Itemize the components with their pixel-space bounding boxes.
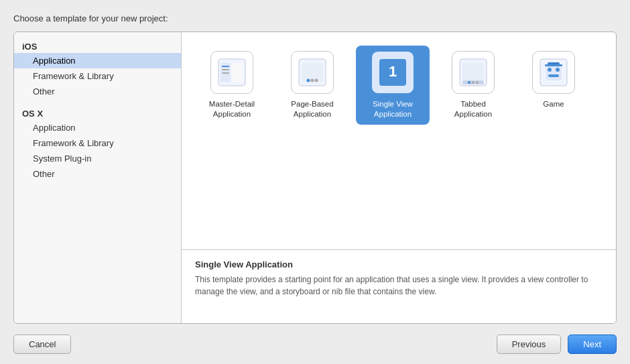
- sidebar-group-ios: iOS: [14, 38, 181, 53]
- sidebar-item-ios-application[interactable]: Application: [14, 53, 181, 68]
- sidebar-item-osx-framework[interactable]: Framework & Library: [14, 135, 181, 151]
- single-view-label: Single ViewApplication: [373, 99, 413, 119]
- master-detail-icon: [210, 51, 253, 94]
- next-button[interactable]: Next: [568, 335, 617, 354]
- svg-rect-4: [222, 69, 229, 70]
- page-based-icon: [291, 51, 334, 94]
- svg-point-9: [311, 79, 314, 82]
- svg-text:★: ★: [467, 80, 471, 84]
- svg-rect-26: [545, 64, 562, 66]
- footer: Cancel Previous Next: [0, 324, 630, 364]
- svg-rect-21: [546, 64, 562, 80]
- sidebar-item-osx-application[interactable]: Application: [14, 120, 181, 135]
- footer-right: Previous Next: [497, 335, 617, 354]
- dialog-title: Choose a template for your new project:: [13, 13, 617, 23]
- svg-rect-2: [232, 63, 243, 82]
- sidebar-group-osx: OS X: [14, 105, 181, 120]
- master-detail-label: Master-DetailApplication: [209, 99, 255, 119]
- dialog-body: iOS Application Framework & Library Othe…: [13, 32, 617, 324]
- svg-point-22: [548, 68, 552, 72]
- template-master-detail[interactable]: Master-DetailApplication: [195, 46, 269, 125]
- description-text: This template provides a starting point …: [195, 274, 603, 298]
- svg-point-8: [307, 79, 310, 82]
- sidebar-item-ios-framework[interactable]: Framework & Library: [14, 68, 181, 84]
- svg-rect-14: [462, 63, 484, 80]
- previous-button[interactable]: Previous: [497, 335, 562, 354]
- template-page-based[interactable]: Page-BasedApplication: [275, 46, 349, 125]
- tabbed-icon: ★: [452, 51, 495, 94]
- svg-rect-3: [222, 66, 229, 67]
- sidebar-item-ios-other[interactable]: Other: [14, 84, 181, 99]
- template-game[interactable]: Game: [517, 46, 590, 125]
- description-title: Single View Application: [195, 259, 603, 269]
- svg-point-10: [315, 79, 318, 82]
- svg-point-17: [472, 81, 475, 84]
- svg-rect-24: [548, 74, 559, 77]
- sidebar-item-osx-plugin[interactable]: System Plug-in: [14, 151, 181, 166]
- page-based-label: Page-BasedApplication: [291, 99, 333, 119]
- cancel-button[interactable]: Cancel: [13, 335, 71, 354]
- template-grid: Master-DetailApplication Page-BasedAppl: [182, 32, 616, 249]
- template-single-view[interactable]: 1 Single ViewApplication: [356, 46, 430, 125]
- sidebar-item-osx-other[interactable]: Other: [14, 166, 181, 182]
- tabbed-label: TabbedApplication: [454, 99, 492, 119]
- game-icon: [532, 51, 575, 94]
- dialog: Choose a template for your new project: …: [0, 0, 630, 324]
- template-tabbed[interactable]: ★ TabbedApplication: [436, 46, 510, 125]
- game-label: Game: [543, 99, 564, 109]
- sidebar: iOS Application Framework & Library Othe…: [14, 32, 182, 323]
- main-content: Master-DetailApplication Page-BasedAppl: [182, 32, 616, 323]
- single-view-icon: 1: [371, 51, 414, 94]
- svg-rect-5: [222, 72, 229, 74]
- svg-text:1: 1: [389, 63, 397, 80]
- svg-point-18: [476, 81, 479, 84]
- description-area: Single View Application This template pr…: [182, 249, 616, 323]
- svg-point-23: [556, 68, 560, 72]
